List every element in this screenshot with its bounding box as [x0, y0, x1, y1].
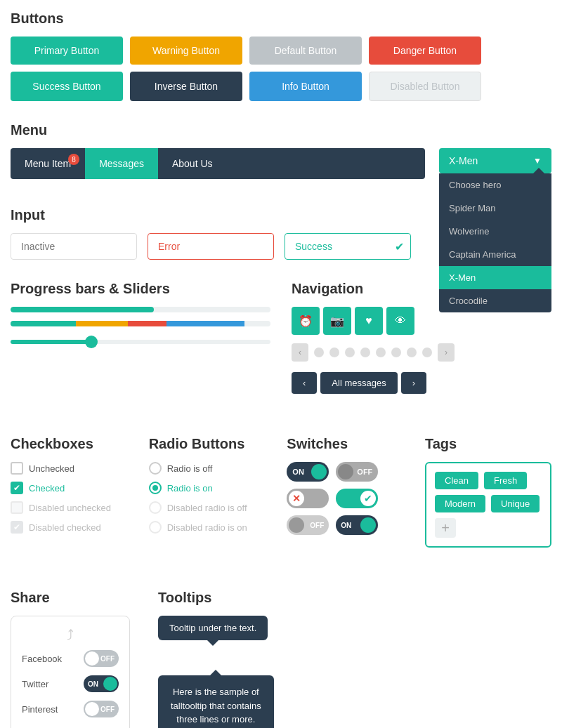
- radio-off[interactable]: Radio is off: [149, 462, 273, 475]
- warning-button[interactable]: Warning Button: [130, 37, 242, 65]
- pb-teal: [11, 321, 76, 326]
- toggle-off-2[interactable]: OFF: [287, 515, 329, 535]
- tag-modern[interactable]: Modern: [435, 495, 485, 512]
- switch-row-3: OFF ON: [287, 515, 411, 535]
- tag-add-button[interactable]: +: [435, 518, 456, 538]
- radio-title: Radio Buttons: [149, 436, 273, 452]
- nav-dot-3[interactable]: [345, 348, 355, 357]
- toggle-off-1[interactable]: OFF: [336, 462, 378, 482]
- toggle-on-label: ON: [292, 468, 304, 476]
- dropdown-container[interactable]: X-Men ▼ Choose hero Spider Man Wolverine…: [439, 148, 551, 173]
- nav-icon-heart[interactable]: ♥: [355, 307, 383, 335]
- toggle-on-1[interactable]: ON: [287, 462, 329, 482]
- mini-knob-fb: [85, 651, 99, 666]
- share-box: ⤴ Facebook OFF Twitter ON Pinterest OFF: [11, 616, 130, 728]
- checkbox-box-checked[interactable]: ✔: [11, 482, 23, 494]
- success-button[interactable]: Success Button: [11, 72, 123, 101]
- checkbox-box-disabled-checked: ✔: [11, 521, 23, 534]
- dropdown-option-4[interactable]: X-Men: [439, 266, 551, 289]
- toggle-check[interactable]: ✔: [336, 489, 378, 508]
- toggle-x-knob: ✕: [289, 491, 304, 506]
- nav-icon-eye[interactable]: 👁: [386, 307, 414, 335]
- share-twitter-toggle[interactable]: ON: [84, 675, 119, 692]
- progress-bar-multi: [11, 321, 270, 326]
- checkbox-unchecked[interactable]: Unchecked: [11, 462, 135, 475]
- menu-item-menuitem[interactable]: Menu Item 8: [11, 148, 85, 179]
- menu-title: Menu: [11, 122, 551, 138]
- error-input[interactable]: [148, 233, 274, 260]
- nav-icon-clock[interactable]: ⏰: [292, 307, 320, 335]
- nav-dot-2[interactable]: [329, 348, 339, 357]
- nav-dot-1[interactable]: [314, 348, 324, 357]
- radio-disabled-off: Disabled radio is off: [149, 501, 273, 514]
- share-item-twitter: Twitter ON: [22, 675, 119, 692]
- nav-dot-6[interactable]: [391, 348, 401, 357]
- tooltip2-line1: Here is the sample of: [173, 687, 259, 697]
- checkbox-box-unchecked[interactable]: [11, 462, 23, 475]
- nav-dot-8[interactable]: [422, 348, 432, 357]
- nav-dot-4[interactable]: [360, 348, 370, 357]
- share-icon: ⤴: [22, 627, 119, 643]
- default-button[interactable]: Default Button: [249, 37, 362, 65]
- nav-icon-camera[interactable]: 📷: [323, 307, 351, 335]
- nav-dot-5[interactable]: [376, 348, 386, 357]
- pb-blue: [166, 321, 244, 326]
- all-messages-button[interactable]: All messages: [320, 372, 397, 394]
- info-button[interactable]: Info Button: [249, 72, 362, 101]
- share-facebook-label: Facebook: [22, 654, 62, 664]
- pb-red: [128, 321, 167, 326]
- nav-dots-row: ‹ ›: [292, 343, 455, 362]
- toggle-knob-off: [338, 464, 353, 479]
- danger-button[interactable]: Danger Button: [369, 37, 481, 65]
- nav-next-button[interactable]: ›: [401, 372, 426, 394]
- dropdown-option-0[interactable]: Choose hero: [439, 173, 551, 197]
- checkbox-checked[interactable]: ✔ Checked: [11, 482, 135, 494]
- toggle-x[interactable]: ✕: [287, 489, 329, 508]
- widgets-row: Checkboxes Unchecked ✔ Checked Disabled …: [11, 436, 551, 569]
- tag-clean[interactable]: Clean: [435, 472, 478, 489]
- tag-fresh[interactable]: Fresh: [484, 472, 527, 489]
- dropdown-option-3[interactable]: Captain America: [439, 243, 551, 266]
- buttons-title: Buttons: [11, 11, 551, 27]
- disabled-button: Disabled Button: [369, 72, 481, 101]
- share-tooltips-row: Share ⤴ Facebook OFF Twitter ON Pinteres…: [11, 590, 551, 728]
- checkboxes-section: Checkboxes Unchecked ✔ Checked Disabled …: [11, 436, 135, 548]
- radio-circle-off[interactable]: [149, 462, 162, 475]
- primary-button[interactable]: Primary Button: [11, 37, 123, 65]
- nav-prev-button[interactable]: ‹: [292, 372, 317, 394]
- success-input-wrapper: ✔: [285, 233, 411, 260]
- menu-item-about[interactable]: About Us: [158, 148, 227, 179]
- progress-fill-1: [11, 307, 154, 312]
- success-input[interactable]: [285, 233, 411, 260]
- nav-dot-7[interactable]: [407, 348, 417, 357]
- progress-slider[interactable]: [11, 340, 270, 344]
- nav-dots-prev[interactable]: ‹: [292, 343, 308, 362]
- dropdown-arrow-up: [533, 168, 544, 173]
- tags-section: Tags Clean Fresh Modern Unique +: [425, 436, 551, 548]
- nav-pagination: ‹ All messages ›: [292, 372, 426, 394]
- dropdown-option-5[interactable]: Crocodile: [439, 289, 551, 312]
- share-pinterest-toggle[interactable]: OFF: [84, 701, 119, 717]
- radio-circle-on[interactable]: [149, 482, 162, 494]
- tooltips-title: Tooltips: [158, 590, 274, 606]
- menu-item-messages[interactable]: Messages: [85, 148, 158, 179]
- toggle-check-knob: ✔: [360, 491, 376, 506]
- tooltip-2-wrapper: Here is the sample of talltooltip that c…: [158, 675, 274, 728]
- share-facebook-toggle[interactable]: OFF: [84, 650, 119, 667]
- checkbox-box-disabled: [11, 501, 23, 514]
- nav-dots-next[interactable]: ›: [438, 343, 455, 362]
- inactive-input[interactable]: [11, 233, 137, 260]
- toggle-knob-on: [311, 464, 327, 479]
- radio-disabled-on: Disabled radio is on: [149, 521, 273, 534]
- tags-title: Tags: [425, 436, 551, 452]
- dropdown-option-2[interactable]: Wolverine: [439, 220, 551, 243]
- toggle-on-2[interactable]: ON: [336, 515, 378, 535]
- tag-unique[interactable]: Unique: [491, 495, 540, 512]
- checkboxes-title: Checkboxes: [11, 436, 135, 452]
- dropdown-option-1[interactable]: Spider Man: [439, 197, 551, 220]
- tooltip-2: Here is the sample of talltooltip that c…: [158, 675, 274, 728]
- inverse-button[interactable]: Inverse Button: [130, 72, 242, 101]
- nav-icon-bar: ⏰ 📷 ♥ 👁: [292, 307, 455, 335]
- share-item-pinterest: Pinterest OFF: [22, 701, 119, 717]
- radio-on[interactable]: Radio is on: [149, 482, 273, 494]
